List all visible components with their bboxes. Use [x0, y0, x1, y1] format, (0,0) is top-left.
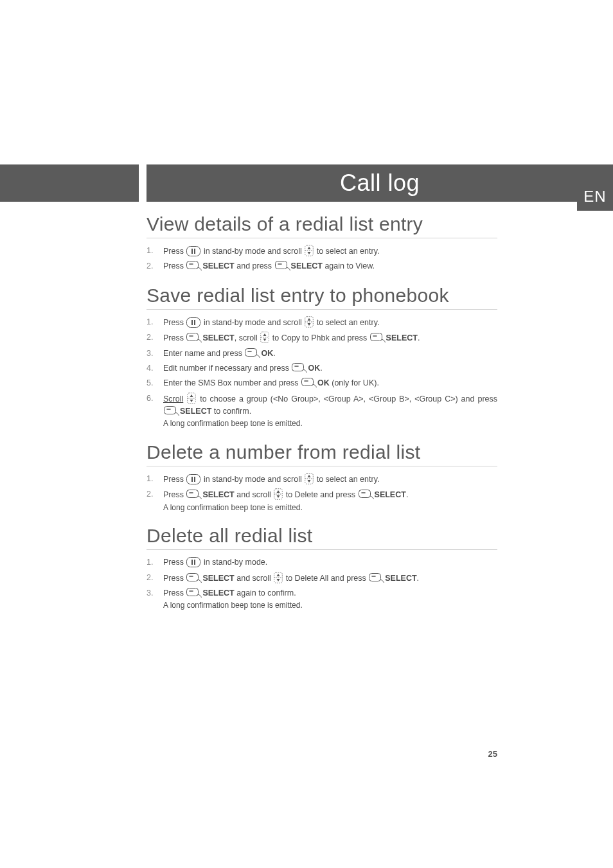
label-bold: SELECT	[202, 574, 234, 583]
svg-rect-0	[187, 247, 200, 256]
label-bold: SELECT	[180, 407, 211, 416]
svg-marker-23	[263, 339, 267, 341]
updown-icon	[187, 393, 196, 404]
softkey-icon	[359, 490, 374, 500]
step-item: Press SELECT again to confirm.A long con…	[147, 587, 497, 612]
step-subtext: A long confirmation beep tone is emitted…	[163, 599, 497, 612]
page-number: 25	[488, 749, 497, 759]
svg-rect-13	[194, 320, 195, 325]
svg-rect-26	[245, 348, 257, 356]
svg-rect-9	[275, 261, 287, 269]
step-item: Edit number if necessary and press OK.	[147, 362, 497, 375]
softkey-icon	[164, 406, 179, 416]
step-subtext: A long confirmation beep tone is emitted…	[163, 502, 497, 514]
svg-marker-34	[190, 394, 193, 397]
svg-marker-22	[263, 333, 267, 336]
svg-rect-36	[164, 407, 176, 414]
svg-marker-43	[308, 475, 311, 477]
svg-rect-24	[370, 333, 382, 341]
softkey-icon	[370, 333, 386, 343]
svg-marker-61	[277, 579, 280, 581]
svg-rect-28	[292, 363, 304, 371]
steps-list: Press in stand-by mode and scroll to sel…	[147, 473, 497, 513]
header-band: Call log	[0, 164, 613, 202]
updown-icon	[274, 488, 283, 500]
updown-icon	[305, 316, 314, 328]
svg-rect-45	[187, 490, 199, 498]
svg-rect-64	[187, 589, 199, 596]
content-area: View details of a redial list entryPress…	[147, 202, 497, 619]
step-subtext: A long confirmation beep tone is emitted…	[163, 418, 497, 430]
svg-rect-12	[191, 320, 193, 325]
section-heading: Save redial list entry to phonebook	[147, 285, 497, 310]
step-item: Press SELECT and press SELECT again to V…	[147, 260, 497, 272]
svg-marker-6	[308, 252, 311, 254]
softkey-icon	[369, 573, 384, 583]
svg-rect-53	[187, 558, 200, 567]
svg-marker-17	[308, 323, 311, 326]
step-item: Press SELECT and scroll to Delete and pr…	[147, 488, 497, 513]
step-item: Press in stand-by mode.	[147, 556, 497, 569]
svg-rect-18	[187, 333, 199, 341]
section-heading: View details of a redial list entry	[147, 213, 497, 238]
redial-icon	[186, 317, 200, 328]
label-bold: SELECT	[385, 574, 416, 583]
steps-list: Press in stand-by mode and scroll to sel…	[147, 316, 497, 430]
svg-rect-11	[187, 317, 200, 327]
svg-rect-54	[191, 560, 193, 565]
updown-icon	[274, 572, 283, 583]
step-item: Press SELECT, scroll to Copy to Phbk and…	[147, 332, 497, 344]
label-bold: OK	[317, 378, 330, 387]
softkey-icon	[186, 588, 202, 598]
svg-rect-2	[194, 249, 195, 254]
steps-list: Press in stand-by mode.Press SELECT and …	[147, 556, 497, 612]
header-left-block	[0, 164, 139, 202]
step-item: Press in stand-by mode and scroll to sel…	[147, 473, 497, 486]
label-bold: OK	[261, 349, 273, 358]
svg-marker-16	[308, 318, 311, 321]
step-item: Enter name and press OK.	[147, 348, 497, 360]
steps-list: Press in stand-by mode and scroll to sel…	[147, 245, 497, 273]
label-underline: Scroll	[163, 394, 183, 403]
step-item: Press in stand-by mode and scroll to sel…	[147, 316, 497, 329]
softkey-icon	[186, 490, 202, 500]
label-bold: SELECT	[202, 589, 234, 598]
svg-marker-44	[308, 480, 311, 483]
svg-rect-38	[187, 474, 200, 484]
label-bold: OK	[308, 364, 320, 373]
svg-rect-30	[302, 378, 314, 386]
softkey-icon	[186, 573, 202, 583]
label-bold: SELECT	[202, 261, 234, 270]
softkey-icon	[245, 348, 260, 359]
softkey-icon	[292, 363, 307, 373]
language-tab: EN	[577, 164, 613, 211]
softkey-icon	[301, 378, 317, 388]
page-title: Call log	[147, 164, 613, 202]
svg-marker-60	[277, 574, 280, 576]
svg-rect-51	[359, 490, 370, 498]
redial-icon	[186, 474, 200, 484]
svg-rect-7	[187, 261, 199, 269]
section-heading: Delete a number from redial list	[147, 441, 497, 466]
softkey-icon	[186, 261, 202, 271]
softkey-icon	[186, 333, 202, 343]
updown-icon	[305, 473, 314, 484]
redial-icon	[186, 246, 200, 256]
svg-marker-49	[277, 490, 280, 493]
label-bold: SELECT	[386, 333, 418, 342]
step-item: Press in stand-by mode and scroll to sel…	[147, 245, 497, 258]
svg-rect-40	[194, 477, 195, 482]
softkey-icon	[275, 261, 290, 271]
svg-marker-5	[308, 247, 311, 249]
label-bold: SELECT	[202, 490, 234, 499]
redial-icon	[186, 557, 200, 567]
svg-rect-55	[194, 560, 195, 565]
svg-rect-56	[187, 573, 199, 581]
label-bold: SELECT	[291, 261, 323, 270]
label-bold: SELECT	[375, 490, 406, 499]
updown-icon	[305, 245, 314, 256]
svg-rect-39	[191, 477, 193, 482]
step-item: Scroll to choose a group (<No Group>, <G…	[147, 393, 497, 430]
svg-marker-35	[190, 400, 193, 402]
svg-marker-50	[277, 495, 280, 498]
